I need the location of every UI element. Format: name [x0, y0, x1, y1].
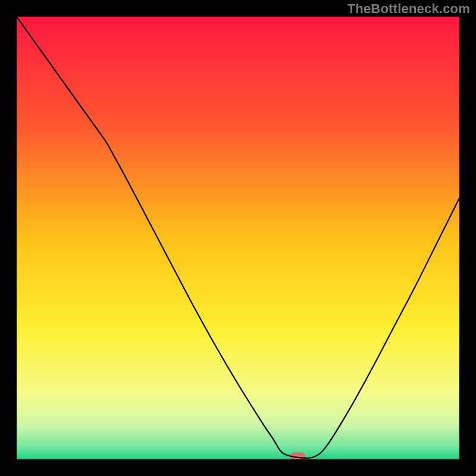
watermark-text: TheBottleneck.com	[347, 1, 470, 17]
plot-area	[17, 17, 459, 459]
chart-frame: TheBottleneck.com	[0, 0, 476, 476]
bottleneck-curve	[17, 17, 459, 459]
